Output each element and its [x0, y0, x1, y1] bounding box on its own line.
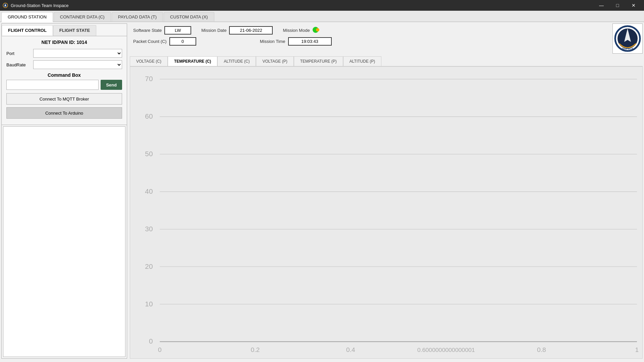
- tab-custom-data[interactable]: CUSTOM DATA (X): [164, 12, 214, 21]
- chart-tab-bar: VOLTAGE (C) TEMPERATURE (C) ALTITUDE (C)…: [130, 56, 643, 66]
- chart-tab-voltage-p[interactable]: VOLTAGE (P): [256, 56, 293, 66]
- tab-payload-data[interactable]: PAYLOAD DATA (T): [112, 12, 163, 21]
- mission-mode-indicator-wrapper: [313, 27, 320, 34]
- baudrate-label: BaudRate: [6, 62, 33, 67]
- mission-date-label: Mission Date: [201, 28, 226, 33]
- chart-svg: 70 60 50 40 30 20 10: [130, 67, 642, 358]
- chart-tab-temperature-p[interactable]: TEMPERATURE (P): [294, 56, 343, 66]
- tab-flight-state[interactable]: FLIGHT STATE: [53, 25, 96, 36]
- sub-tab-bar: FLIGHT CONTROL FLIGHT STATE: [2, 24, 127, 36]
- software-state-value: LW: [164, 26, 191, 35]
- info-row-2: Packet Count (C) 0 Mission Time 19:03:43: [130, 36, 612, 47]
- mission-date-group: Mission Date 21-06-2022: [201, 26, 273, 35]
- command-input[interactable]: [6, 80, 99, 90]
- packet-count-value: 0: [169, 37, 196, 46]
- svg-text:0.2: 0.2: [251, 347, 260, 354]
- flight-control-panel: NET ID/PAN ID: 1014 Port BaudRate Comman…: [2, 36, 127, 125]
- mission-time-group: Mission Time 19:03:43: [260, 37, 332, 46]
- log-area: [3, 126, 125, 357]
- software-state-label: Software State: [133, 28, 162, 33]
- tab-flight-control[interactable]: FLIGHT CONTROL: [2, 25, 53, 36]
- left-panel: FLIGHT CONTROL FLIGHT STATE NET ID/PAN I…: [1, 23, 127, 359]
- chart-tab-voltage-c[interactable]: VOLTAGE (C): [130, 56, 168, 66]
- send-button[interactable]: Send: [101, 80, 122, 90]
- minimize-button[interactable]: —: [594, 0, 609, 11]
- title-bar-left: Ground-Station Team Inspace: [3, 3, 68, 8]
- main-tab-bar: GROUND STATION CONTAINER DATA (C) PAYLOA…: [0, 11, 644, 22]
- mission-mode-orange-dot: [316, 28, 319, 32]
- svg-rect-6: [130, 67, 642, 358]
- svg-text:INSPACE: INSPACE: [622, 47, 634, 50]
- svg-text:1: 1: [635, 347, 639, 354]
- chart-tab-altitude-c[interactable]: ALTITUDE (C): [217, 56, 256, 66]
- svg-text:0: 0: [149, 338, 153, 345]
- mission-mode-label: Mission Mode: [283, 28, 310, 33]
- net-id-label: NET ID/PAN ID: 1014: [6, 40, 122, 45]
- svg-text:30: 30: [145, 225, 153, 233]
- inspace-logo: INSPACE: [614, 25, 641, 52]
- baudrate-row: BaudRate: [6, 60, 122, 69]
- port-select[interactable]: [33, 49, 122, 58]
- app-content: FLIGHT CONTROL FLIGHT STATE NET ID/PAN I…: [0, 22, 644, 360]
- window-title: Ground-Station Team Inspace: [11, 3, 68, 8]
- connect-mqtt-button[interactable]: Connect To MQTT Broker: [6, 93, 122, 105]
- chart-tab-altitude-p[interactable]: ALTITUDE (P): [343, 56, 381, 66]
- chart-tab-temperature-c[interactable]: TEMPERATURE (C): [168, 56, 217, 66]
- port-row: Port: [6, 49, 122, 58]
- top-area: Software State LW Mission Date 21-06-202…: [130, 23, 643, 54]
- port-label: Port: [6, 51, 33, 56]
- command-row: Send: [6, 80, 122, 90]
- mission-time-value: 19:03:43: [288, 37, 332, 46]
- close-button[interactable]: ✕: [626, 0, 641, 11]
- svg-text:20: 20: [145, 262, 153, 270]
- tab-ground-station[interactable]: GROUND STATION: [1, 12, 53, 22]
- right-panel: Software State LW Mission Date 21-06-202…: [128, 22, 644, 360]
- chart-area: 70 60 50 40 30 20 10: [130, 66, 643, 359]
- title-bar: Ground-Station Team Inspace — □ ✕: [0, 0, 644, 11]
- mission-date-value: 21-06-2022: [229, 26, 273, 35]
- software-state-group: Software State LW: [133, 26, 191, 35]
- svg-text:10: 10: [145, 300, 153, 308]
- tab-container-data[interactable]: CONTAINER DATA (C): [54, 12, 111, 21]
- packet-count-label: Packet Count (C): [133, 39, 167, 44]
- connect-arduino-button[interactable]: Connect To Arduino: [6, 107, 122, 119]
- info-row-1: Software State LW Mission Date 21-06-202…: [130, 23, 612, 36]
- svg-text:50: 50: [145, 150, 153, 158]
- title-bar-controls: — □ ✕: [594, 0, 641, 11]
- command-box-label: Command Box: [6, 72, 122, 78]
- maximize-button[interactable]: □: [610, 0, 625, 11]
- svg-text:0: 0: [158, 347, 162, 354]
- svg-text:0.8: 0.8: [537, 347, 546, 354]
- svg-text:60: 60: [145, 113, 153, 120]
- info-section: Software State LW Mission Date 21-06-202…: [130, 23, 612, 47]
- logo-area: INSPACE: [612, 23, 643, 54]
- svg-text:0.4: 0.4: [346, 347, 355, 354]
- svg-text:40: 40: [145, 187, 153, 195]
- baudrate-select[interactable]: [33, 60, 122, 69]
- app-icon: [3, 3, 8, 8]
- packet-count-group: Packet Count (C) 0: [133, 37, 196, 46]
- mission-mode-group: Mission Mode: [283, 27, 320, 34]
- mission-time-label: Mission Time: [260, 39, 285, 44]
- svg-text:0.6000000000000001: 0.6000000000000001: [417, 347, 475, 354]
- svg-text:70: 70: [145, 75, 153, 83]
